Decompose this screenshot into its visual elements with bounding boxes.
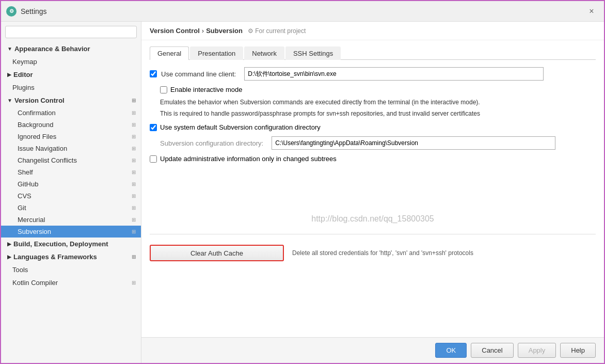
apply-button[interactable]: Apply	[518, 343, 556, 358]
help-button[interactable]: Help	[560, 343, 596, 358]
sidebar-item-cvs[interactable]: CVS ⊞	[1, 190, 141, 202]
settings-icon: ⊞	[132, 254, 136, 260]
expand-arrow: ▼	[7, 98, 12, 103]
title-bar: ⚙ Settings ×	[1, 1, 604, 22]
update-admin-label: Update administrative information only i…	[160, 155, 337, 163]
settings-window: ⚙ Settings × ▼ Appearance & Behavior Key…	[0, 0, 605, 364]
breadcrumb-separator: ›	[202, 27, 204, 35]
enable-interactive-checkbox[interactable]	[160, 86, 167, 93]
cache-section: Clear Auth Cache Delete all stored crede…	[150, 234, 596, 272]
sidebar: ▼ Appearance & Behavior Keymap ▶ Editor …	[1, 22, 141, 363]
sidebar-item-plugins[interactable]: Plugins	[1, 81, 141, 94]
app-icon: ⚙	[6, 6, 17, 17]
cancel-button[interactable]: Cancel	[471, 343, 513, 358]
settings-icon: ⊞	[132, 157, 136, 163]
cache-note: Delete all stored credentials for 'http'…	[292, 249, 473, 257]
settings-icon: ⊞	[132, 280, 136, 286]
sidebar-item-git[interactable]: Git ⊞	[1, 202, 141, 214]
settings-icon: ⊞	[132, 98, 136, 103]
interactive-mode-row: Enable interactive mode	[160, 86, 596, 93]
sidebar-item-shelf[interactable]: Shelf ⊞	[1, 166, 141, 178]
settings-icon: ⊞	[132, 229, 136, 234]
sidebar-item-tools[interactable]: Tools	[1, 263, 141, 276]
note-line1: Emulates the behavior when Subversion co…	[160, 98, 596, 107]
sidebar-item-subversion[interactable]: Subversion ⊞	[1, 226, 141, 238]
cmd-client-input[interactable]	[244, 67, 544, 81]
breadcrumb-version-control: Version Control	[150, 27, 200, 35]
tab-ssh-settings[interactable]: SSH Settings	[285, 46, 341, 60]
settings-icon: ⊞	[132, 110, 136, 116]
cmd-client-label: Use command line client:	[161, 70, 236, 78]
sidebar-item-editor[interactable]: ▶ Editor	[1, 68, 141, 81]
config-dir-label: Subversion configuration directory:	[160, 139, 263, 147]
breadcrumb: Version Control › Subversion ⚙ For curre…	[141, 22, 604, 40]
tab-general[interactable]: General	[150, 46, 189, 60]
breadcrumb-subversion: Subversion	[206, 27, 243, 35]
sidebar-item-appearance[interactable]: ▼ Appearance & Behavior	[1, 42, 141, 55]
update-admin-checkbox[interactable]	[150, 155, 157, 163]
settings-icon: ⊞	[132, 181, 136, 187]
expand-arrow: ▶	[7, 72, 11, 77]
sidebar-item-version-control[interactable]: ▼ Version Control ⊞	[1, 94, 141, 107]
enable-interactive-label: Enable interactive mode	[170, 86, 242, 93]
sidebar-item-github[interactable]: GitHub ⊞	[1, 178, 141, 190]
sidebar-item-changelist-conflicts[interactable]: Changelist Conflicts ⊞	[1, 154, 141, 166]
sidebar-item-ignored-files[interactable]: Ignored Files ⊞	[1, 131, 141, 143]
system-default-row: Use system default Subversion configurat…	[150, 123, 596, 131]
settings-icon: ⊞	[132, 134, 136, 139]
sidebar-item-background[interactable]: Background ⊞	[1, 119, 141, 131]
clear-auth-cache-button[interactable]: Clear Auth Cache	[150, 245, 284, 261]
expand-arrow: ▶	[7, 254, 11, 260]
expand-arrow: ▶	[7, 241, 11, 247]
settings-icon: ⊞	[132, 169, 136, 175]
sidebar-item-build[interactable]: ▶ Build, Execution, Deployment	[1, 238, 141, 250]
sidebar-item-mercurial[interactable]: Mercurial ⊞	[1, 214, 141, 226]
project-note: ⚙ For current project	[248, 27, 306, 35]
update-admin-row: Update administrative information only i…	[150, 155, 596, 163]
cache-row: Clear Auth Cache Delete all stored crede…	[150, 241, 596, 265]
settings-icon: ⊞	[132, 122, 136, 128]
settings-icon: ⊞	[132, 146, 136, 151]
use-system-default-label: Use system default Subversion configurat…	[160, 123, 321, 131]
config-dir-row: Subversion configuration directory:	[160, 136, 596, 150]
main-panel: Version Control › Subversion ⚙ For curre…	[141, 22, 604, 363]
tabs-bar: General Presentation Network SSH Setting…	[150, 46, 596, 60]
sidebar-item-languages[interactable]: ▶ Languages & Frameworks ⊞	[1, 250, 141, 263]
tab-network[interactable]: Network	[244, 46, 284, 60]
cmd-client-row: Use command line client:	[150, 67, 596, 81]
tab-presentation[interactable]: Presentation	[190, 46, 243, 60]
sidebar-item-keymap[interactable]: Keymap	[1, 55, 141, 68]
main-content: ▼ Appearance & Behavior Keymap ▶ Editor …	[1, 22, 604, 363]
footer: OK Cancel Apply Help	[141, 337, 604, 363]
use-cmd-client-checkbox[interactable]	[150, 70, 157, 77]
search-input[interactable]	[5, 26, 137, 38]
window-title: Settings	[21, 7, 584, 15]
note-line2: This is required to handle password/pass…	[160, 109, 596, 118]
sidebar-item-issue-navigation[interactable]: Issue Navigation ⊞	[1, 143, 141, 154]
close-button[interactable]: ×	[584, 4, 599, 19]
panel-content: General Presentation Network SSH Setting…	[141, 40, 604, 337]
search-container	[1, 22, 141, 42]
sidebar-item-kotlin[interactable]: Kotlin Compiler ⊞	[1, 276, 141, 289]
settings-icon: ⊞	[132, 205, 136, 211]
use-system-default-checkbox[interactable]	[150, 124, 157, 131]
config-dir-input[interactable]	[272, 136, 555, 150]
sidebar-item-confirmation[interactable]: Confirmation ⊞	[1, 107, 141, 119]
settings-icon: ⊞	[132, 217, 136, 223]
expand-arrow: ▼	[7, 46, 12, 52]
settings-icon: ⊞	[132, 193, 136, 199]
watermark-text: http://blog.csdn.net/qq_15800305	[150, 173, 596, 234]
ok-button[interactable]: OK	[435, 343, 467, 358]
